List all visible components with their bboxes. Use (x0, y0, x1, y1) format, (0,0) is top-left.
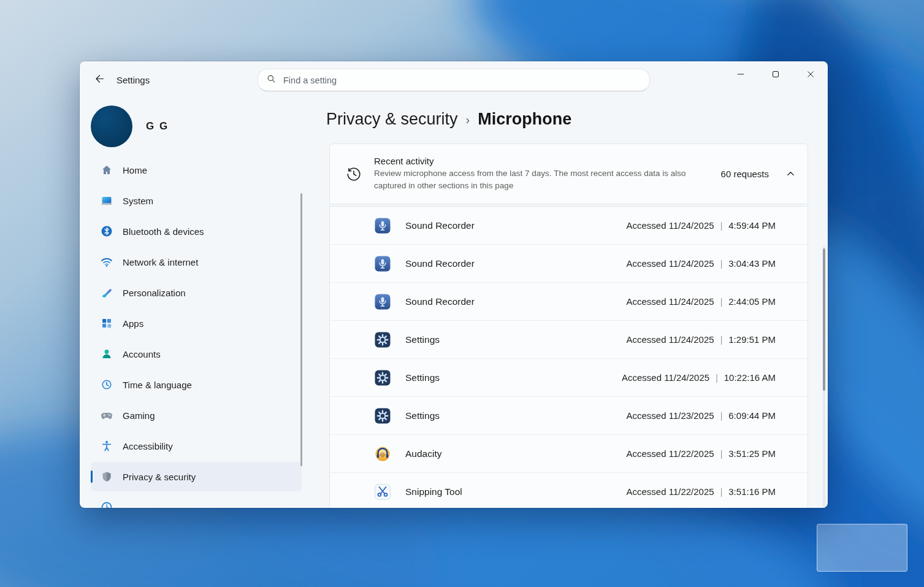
sidebar-item-label: System (123, 196, 153, 206)
close-icon (807, 71, 814, 78)
sidebar-item-time-language[interactable]: Time & language (91, 370, 302, 399)
accessed-date: Accessed 11/24/2025 (622, 372, 709, 383)
sidebar-item-clipped[interactable] (91, 493, 302, 508)
date-time-separator: | (720, 449, 723, 459)
search-box[interactable] (258, 69, 650, 91)
activity-row: Settings Accessed 11/24/2025 | 1:29:51 P… (330, 321, 808, 359)
accessed-date: Accessed 11/22/2025 (626, 448, 714, 459)
recent-activity-title: Recent activity (374, 156, 705, 166)
sidebar-item-label: Apps (123, 318, 143, 329)
settings-app-icon (374, 407, 391, 424)
search-icon (267, 74, 276, 86)
desktop: Settings (0, 0, 924, 587)
minimize-button[interactable] (723, 61, 758, 87)
accessed-time: 4:59:44 PM (728, 220, 776, 231)
recent-activity-card[interactable]: Recent activity Review microphone access… (329, 144, 808, 204)
close-button[interactable] (793, 61, 828, 87)
maximize-button[interactable] (758, 61, 793, 87)
window-controls (723, 61, 828, 87)
breadcrumb-separator: › (466, 112, 470, 127)
sidebar-item-label: Gaming (123, 410, 155, 421)
back-button[interactable] (88, 71, 110, 89)
app-name: Settings (405, 410, 440, 421)
accounts-icon (101, 348, 113, 360)
activity-row: Audacity Accessed 11/22/2025 | 3:51:25 P… (330, 435, 808, 473)
sidebar-item-accounts[interactable]: Accounts (91, 339, 302, 369)
accessed-time: 1:29:51 PM (728, 334, 776, 345)
sidebar-item-label: Network & internet (123, 257, 198, 267)
system-icon (101, 194, 113, 207)
date-time-separator: | (716, 373, 718, 383)
sidebar-item-gaming[interactable]: Gaming (91, 401, 302, 430)
sidebar-item-system[interactable]: System (91, 186, 302, 215)
activity-row: Sound Recorder Accessed 11/24/2025 | 3:0… (330, 245, 808, 283)
date-time-separator: | (720, 487, 723, 497)
time-language-icon (101, 378, 113, 391)
accessed-date: Accessed 11/22/2025 (626, 486, 714, 497)
date-time-separator: | (720, 297, 723, 307)
sidebar-scrollbar[interactable] (300, 193, 302, 466)
chevron-up-icon[interactable] (786, 169, 795, 178)
activity-list: Sound Recorder Accessed 11/24/2025 | 4:5… (329, 206, 808, 508)
sidebar-item-personalization[interactable]: Personalization (91, 278, 302, 307)
date-time-separator: | (720, 411, 723, 421)
sidebar: G G Home System Bluetooth & devices Netw… (80, 98, 325, 508)
accessed-time: 10:22:16 AM (724, 372, 776, 383)
avatar[interactable] (91, 106, 132, 147)
app-name: Audacity (405, 448, 441, 459)
sidebar-item-network-internet[interactable]: Network & internet (91, 247, 302, 277)
activity-row: Snipping Tool Accessed 11/22/2025 | 3:51… (330, 473, 808, 508)
audacity-icon (374, 445, 391, 462)
date-time-separator: | (720, 259, 723, 269)
sound-recorder-icon (374, 255, 391, 272)
main-content: Privacy & security › Microphone Recent a… (325, 98, 828, 508)
titlebar: Settings (80, 61, 828, 98)
activity-row: Sound Recorder Accessed 11/24/2025 | 2:4… (330, 283, 808, 321)
settings-app-icon (374, 369, 391, 386)
activity-row: Settings Accessed 11/24/2025 | 10:22:16 … (330, 359, 808, 397)
history-icon (345, 166, 363, 182)
app-title: Settings (116, 61, 150, 98)
app-name: Settings (405, 372, 440, 383)
date-time-separator: | (720, 335, 723, 345)
apps-icon (101, 317, 113, 329)
privacy-security-icon (101, 470, 113, 483)
personalization-icon (101, 286, 113, 299)
sidebar-item-label: Home (123, 165, 147, 175)
gaming-icon (101, 409, 113, 421)
sidebar-item-accessibility[interactable]: Accessibility (91, 431, 302, 461)
accessibility-icon (101, 440, 113, 452)
windows-update-icon (101, 501, 113, 508)
sidebar-item-home[interactable]: Home (91, 161, 302, 185)
maximize-icon (772, 71, 779, 78)
sidebar-nav: Home System Bluetooth & devices Network … (80, 161, 325, 508)
sidebar-item-apps[interactable]: Apps (91, 309, 302, 338)
accessed-time: 6:09:44 PM (728, 410, 776, 421)
sound-recorder-icon (374, 293, 391, 310)
accessed-date: Accessed 11/24/2025 (626, 220, 714, 231)
user-name: G G (146, 120, 169, 132)
accessed-date: Accessed 11/24/2025 (626, 258, 714, 269)
bluetooth-icon (101, 225, 113, 237)
sidebar-item-label: Personalization (123, 288, 186, 298)
app-name: Settings (405, 334, 440, 345)
sidebar-item-label: Accessibility (123, 441, 173, 451)
sidebar-item-privacy-security[interactable]: Privacy & security (91, 462, 302, 491)
home-icon (101, 164, 113, 176)
desktop-selection-box (817, 524, 907, 572)
user-account[interactable]: G G (91, 106, 169, 147)
requests-count-badge: 60 requests (721, 169, 769, 179)
app-name: Sound Recorder (405, 220, 475, 231)
activity-row: Sound Recorder Accessed 11/24/2025 | 4:5… (330, 207, 808, 245)
search-input[interactable] (282, 75, 641, 86)
accessed-date: Accessed 11/23/2025 (626, 410, 714, 421)
settings-window: Settings (80, 61, 828, 508)
sidebar-item-bluetooth-devices[interactable]: Bluetooth & devices (91, 217, 302, 246)
scrollbar-thumb[interactable] (823, 248, 825, 391)
breadcrumb-parent[interactable]: Privacy & security (326, 110, 458, 129)
date-time-separator: | (720, 221, 723, 231)
page-title: Microphone (478, 110, 571, 129)
accessed-time: 2:44:05 PM (728, 296, 776, 307)
activity-row: Settings Accessed 11/23/2025 | 6:09:44 P… (330, 397, 808, 435)
sound-recorder-icon (374, 217, 391, 234)
